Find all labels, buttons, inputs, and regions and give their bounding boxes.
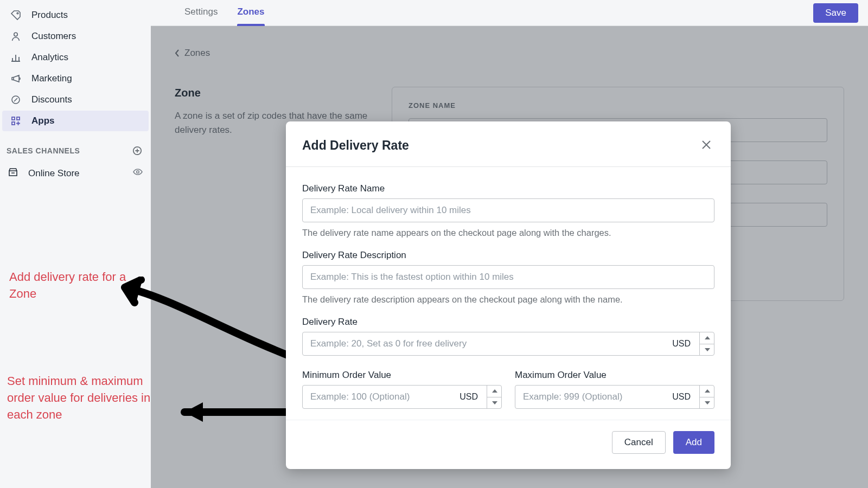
sidebar-item-label: Marketing — [31, 73, 72, 84]
svg-point-1 — [14, 33, 17, 36]
tab-settings[interactable]: Settings — [184, 0, 218, 25]
rate-name-input[interactable] — [302, 198, 714, 222]
tab-zones[interactable]: Zones — [237, 0, 264, 25]
sidebar-item-customers[interactable]: Customers — [2, 26, 149, 47]
modal-title: Add Delivery Rate — [302, 138, 409, 153]
rate-desc-label: Delivery Rate Description — [302, 250, 714, 261]
tab-label: Zones — [237, 7, 264, 17]
rate-desc-input[interactable] — [302, 265, 714, 289]
sidebar-section-header: SALES CHANNELS — [0, 132, 151, 162]
rate-currency: USD — [672, 339, 691, 349]
max-order-label: Maximum Order Value — [515, 370, 714, 381]
grid-icon — [10, 115, 22, 127]
sidebar-item-discounts[interactable]: Discounts — [2, 89, 149, 110]
sidebar-item-label: Apps — [31, 115, 55, 126]
bars-icon — [10, 52, 22, 63]
svg-rect-4 — [17, 117, 20, 120]
topbar: Settings Zones Save — [151, 0, 868, 26]
svg-rect-5 — [12, 122, 15, 125]
min-order-currency: USD — [459, 392, 478, 402]
annotation-2: Set minimum & maximum order value for de… — [7, 373, 159, 423]
add-delivery-rate-modal: Add Delivery Rate Delivery Rate Name The… — [286, 121, 731, 469]
add-button[interactable]: Add — [673, 431, 714, 454]
badge-icon — [10, 94, 22, 106]
min-order-label: Minimum Order Value — [302, 370, 502, 381]
store-icon — [8, 166, 18, 180]
add-channel-button[interactable] — [131, 145, 143, 157]
cancel-button[interactable]: Cancel — [612, 431, 666, 454]
sidebar-section-label: SALES CHANNELS — [7, 146, 80, 155]
tag-icon — [10, 9, 22, 21]
stepper-up-icon[interactable] — [487, 385, 502, 397]
sidebar-item-label: Discounts — [31, 94, 72, 105]
stepper-down-icon[interactable] — [700, 397, 714, 409]
stepper-up-icon[interactable] — [700, 332, 714, 344]
sidebar-item-label: Analytics — [31, 52, 68, 63]
close-button[interactable] — [698, 137, 714, 155]
stepper-down-icon[interactable] — [487, 397, 502, 409]
svg-point-7 — [137, 171, 139, 174]
eye-icon[interactable] — [132, 166, 143, 180]
tab-label: Settings — [184, 7, 218, 17]
sidebar-item-analytics[interactable]: Analytics — [2, 47, 149, 68]
rate-label: Delivery Rate — [302, 317, 714, 328]
channel-item-online-store[interactable]: Online Store — [0, 162, 151, 184]
max-order-stepper[interactable] — [699, 385, 714, 409]
megaphone-icon — [10, 73, 22, 85]
sidebar-item-label: Customers — [31, 31, 76, 42]
rate-name-help: The delivery rate name appears on the ch… — [302, 228, 714, 238]
annotation-1: Add delivery rate for a Zone — [9, 269, 129, 303]
sidebar-item-products[interactable]: Products — [2, 5, 149, 25]
rate-desc-help: The delivery rate description appears on… — [302, 294, 714, 305]
close-icon — [700, 139, 712, 151]
rate-stepper[interactable] — [699, 332, 714, 356]
save-button[interactable]: Save — [813, 3, 858, 23]
sidebar-item-label: Products — [31, 10, 68, 21]
person-icon — [10, 30, 22, 42]
min-order-stepper[interactable] — [487, 385, 502, 409]
rate-name-label: Delivery Rate Name — [302, 183, 714, 194]
channel-item-label: Online Store — [28, 168, 80, 179]
rate-input[interactable] — [302, 332, 714, 356]
stepper-up-icon[interactable] — [700, 385, 714, 397]
max-order-currency: USD — [672, 392, 691, 402]
sidebar-item-apps[interactable]: Apps — [2, 111, 149, 131]
svg-rect-3 — [12, 117, 15, 120]
stepper-down-icon[interactable] — [700, 344, 714, 356]
svg-point-0 — [17, 12, 18, 14]
sidebar-item-marketing[interactable]: Marketing — [2, 68, 149, 89]
